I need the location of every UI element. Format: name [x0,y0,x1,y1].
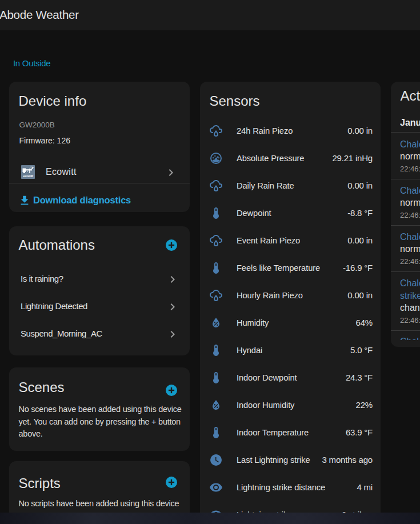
svg-text:ecowitt: ecowitt [23,174,34,178]
